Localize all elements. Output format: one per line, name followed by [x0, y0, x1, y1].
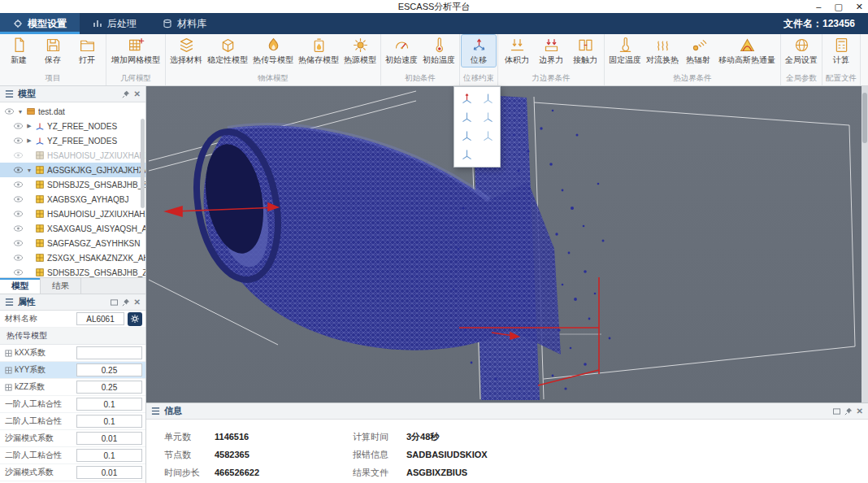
- constraint-option-4[interactable]: [477, 108, 498, 127]
- heat-conduction-model-button[interactable]: 热传导模型: [250, 35, 296, 67]
- initial-temperature-button[interactable]: 初始温度: [420, 35, 458, 67]
- second-order-viscosity-input-2[interactable]: [76, 449, 142, 462]
- first-order-viscosity-input[interactable]: [76, 398, 142, 411]
- post-processing-icon: [93, 19, 102, 28]
- heat-storage-model-button[interactable]: 热储存模型: [296, 35, 341, 67]
- minimize-button[interactable]: –: [816, 0, 821, 13]
- thermal-radiation-button[interactable]: 热辐射: [681, 35, 715, 67]
- tree-item[interactable]: HSAUHOISU_JZXIUXHAHX: [0, 207, 145, 221]
- property-row: 沙漏模式系数: [0, 464, 145, 481]
- tree-item[interactable]: ▶ YZ_FREE_NODES: [0, 119, 145, 133]
- close-icon[interactable]: ✕: [857, 407, 863, 416]
- compute-time-label: 计算时间: [353, 431, 406, 443]
- tree-item[interactable]: XAGBSXG_AYHAQBJ: [0, 192, 145, 207]
- chevron-down-icon[interactable]: ▼: [17, 109, 24, 115]
- property-row-highlighted: kYY系数: [0, 362, 145, 379]
- contact-force-button[interactable]: 接触力: [568, 35, 602, 67]
- tab-material-library[interactable]: 材料库: [150, 13, 219, 34]
- tree-item[interactable]: ZSXGX_HSAKAZNZXK_AHASX: [0, 250, 145, 265]
- save-button[interactable]: 保存: [36, 35, 70, 67]
- tree-item[interactable]: HSAUHOISU_JZXIUXHAHX: [0, 148, 145, 163]
- tree-item[interactable]: ▶ YZ_FREE_NODES: [0, 133, 145, 148]
- eye-icon[interactable]: [13, 224, 24, 233]
- chevron-right-icon[interactable]: ▶: [26, 137, 33, 144]
- moving-gauss-flux-button[interactable]: 移动高斯热通量: [715, 35, 779, 67]
- boundary-force-button[interactable]: 边界力: [534, 35, 568, 67]
- body-force-button[interactable]: 体积力: [500, 35, 534, 67]
- hourglass-coefficient-input-2[interactable]: [76, 466, 142, 479]
- heat-source-model-button[interactable]: 热源模型: [341, 35, 379, 67]
- constraint-option-7[interactable]: [456, 146, 477, 164]
- hourglass-coefficient-input[interactable]: [76, 432, 142, 445]
- kxx-input[interactable]: [76, 346, 142, 359]
- app-title: ESCASS分析平台: [398, 1, 471, 13]
- close-icon[interactable]: ✕: [134, 89, 141, 98]
- eye-icon[interactable]: [13, 254, 24, 262]
- tree-item[interactable]: SDHSBJZS_GHSABJHB_ZAHU: [0, 177, 145, 192]
- chevron-right-icon[interactable]: ▶: [26, 123, 33, 129]
- new-button[interactable]: 新建: [2, 35, 36, 67]
- node-count-value: 4582365: [215, 450, 353, 459]
- material-name-row: 材料名称: [0, 311, 145, 328]
- kzz-input[interactable]: [76, 381, 142, 394]
- initial-velocity-button[interactable]: 初始速度: [383, 35, 420, 67]
- open-button[interactable]: 打开: [70, 35, 104, 67]
- tab-label: 模型设置: [28, 17, 67, 31]
- pin-icon[interactable]: [844, 407, 853, 416]
- float-icon[interactable]: [833, 408, 840, 415]
- second-order-viscosity-input[interactable]: [76, 415, 142, 428]
- tree-scrollbar[interactable]: [141, 119, 145, 208]
- pin-icon[interactable]: [122, 298, 130, 307]
- eye-icon[interactable]: [13, 122, 24, 130]
- properties-body: 材料名称 热传导模型 kXX系数 kYY系数 kZZ系数 一阶人工粘合性 二阶人…: [0, 311, 145, 483]
- boundary-force-icon: [543, 37, 560, 54]
- maximize-button[interactable]: ▢: [834, 0, 842, 13]
- tree-root[interactable]: ▼ test.dat: [0, 104, 145, 119]
- constraint-option-1[interactable]: [456, 89, 477, 108]
- eye-icon[interactable]: [13, 239, 24, 247]
- chevron-down-icon[interactable]: ▼: [26, 168, 33, 173]
- float-icon[interactable]: [111, 299, 118, 306]
- tree-item[interactable]: SDHSBJZS_GHSABJHB_ZAHU: [0, 265, 145, 277]
- eye-icon[interactable]: [13, 210, 24, 218]
- eye-icon[interactable]: [13, 195, 24, 203]
- convection-button[interactable]: 对流换热: [644, 35, 681, 67]
- eye-icon[interactable]: [13, 268, 24, 276]
- eye-icon[interactable]: [13, 166, 24, 174]
- material-name-input[interactable]: [76, 312, 124, 325]
- property-row: 一阶人工粘合性: [0, 396, 145, 413]
- compute-button[interactable]: 计算: [824, 35, 858, 67]
- close-icon[interactable]: ✕: [134, 298, 141, 307]
- group-label-thermal-boundary: 热边界条件: [606, 73, 779, 85]
- model-panel-header: 模型 ✕: [0, 86, 145, 102]
- displacement-button[interactable]: 位移: [462, 35, 496, 67]
- eye-icon[interactable]: [13, 137, 24, 145]
- constraint-option-6[interactable]: [477, 127, 498, 146]
- bottom-tab-model[interactable]: 模型: [0, 278, 41, 294]
- constraint-option-3[interactable]: [456, 108, 477, 127]
- stability-model-button[interactable]: 稳定性模型: [205, 35, 250, 67]
- tab-model-settings[interactable]: 模型设置: [0, 13, 80, 34]
- tree-item[interactable]: SAGFASGZ_ASYHHKSN: [0, 236, 145, 250]
- close-button[interactable]: ✕: [856, 0, 863, 13]
- bottom-tab-results[interactable]: 结果: [41, 278, 81, 294]
- viewport-3d[interactable]: [146, 86, 868, 402]
- tree-item-selected[interactable]: ▼ AGSGKJKG_GJHXAJKHXA: [0, 163, 145, 177]
- tab-post-processing[interactable]: 后处理: [80, 13, 150, 34]
- viewport-scrollbar-thumb[interactable]: [862, 93, 867, 143]
- eye-icon[interactable]: [13, 181, 24, 189]
- fixed-temperature-button[interactable]: 固定温度: [606, 35, 644, 67]
- pin-icon[interactable]: [122, 90, 130, 98]
- constraint-option-2[interactable]: [477, 89, 498, 108]
- add-mesh-model-button[interactable]: 增加网格模型: [108, 35, 163, 67]
- kyy-input[interactable]: [76, 363, 142, 376]
- eye-icon[interactable]: [13, 151, 24, 159]
- tree-item[interactable]: XSAXGAUS_AISYAQSH_ASHX: [0, 221, 145, 236]
- mesh-part-icon: [35, 150, 45, 160]
- global-settings-button[interactable]: 全局设置: [783, 35, 820, 67]
- eye-icon[interactable]: [4, 107, 15, 115]
- viewport-scrollbar[interactable]: [861, 86, 868, 402]
- select-material-button[interactable]: 选择材料: [167, 35, 205, 67]
- material-settings-button[interactable]: [128, 312, 142, 326]
- constraint-option-5[interactable]: [456, 127, 477, 146]
